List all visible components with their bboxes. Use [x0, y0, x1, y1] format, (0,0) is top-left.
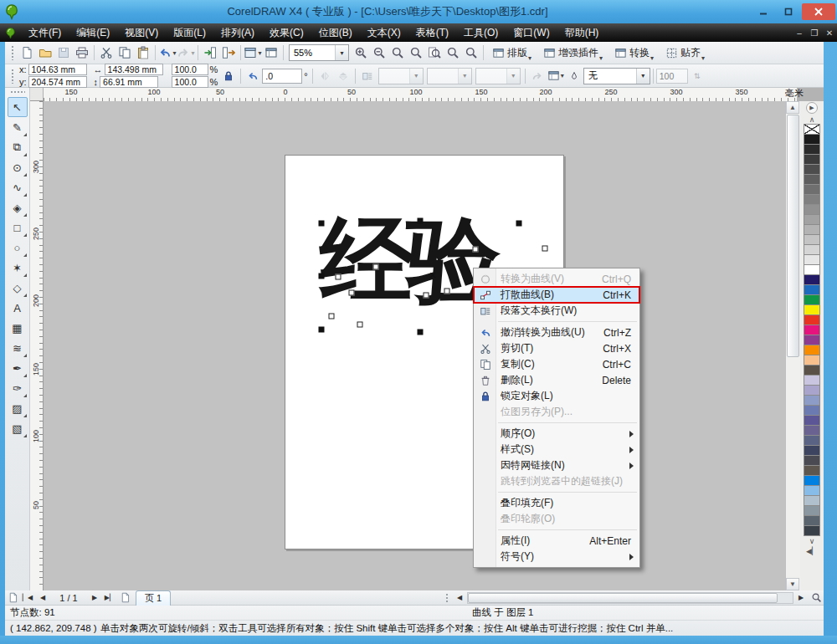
menu-item-help[interactable]: 帮助(H): [557, 23, 607, 43]
first-page-button[interactable]: ▏◀: [20, 591, 35, 605]
context-menu-item-break-curve-apart[interactable]: 打散曲线(B)Ctrl+K: [474, 287, 639, 303]
curve-node[interactable]: [444, 289, 450, 294]
curve-node[interactable]: [542, 246, 548, 252]
doc-restore-button[interactable]: ❐: [807, 28, 822, 38]
print-button[interactable]: [73, 44, 91, 62]
rectangle-tool[interactable]: □: [8, 217, 28, 238]
export-button[interactable]: [219, 44, 238, 62]
selection-handle[interactable]: [516, 221, 522, 227]
freehand-tool[interactable]: ∿: [8, 177, 28, 197]
color-swatch[interactable]: [804, 525, 820, 536]
save-button[interactable]: [54, 44, 73, 62]
cut-button[interactable]: [97, 44, 116, 62]
minimize-button[interactable]: [752, 3, 775, 20]
ruler-origin-corner[interactable]: [30, 88, 44, 101]
convert-docker-button[interactable]: 转换▾: [610, 44, 658, 62]
selection-handle[interactable]: [319, 221, 325, 227]
close-button[interactable]: [802, 3, 835, 20]
interactive-fill-tool[interactable]: ▧: [8, 418, 28, 438]
zoom-tool[interactable]: ⊙: [8, 157, 28, 177]
menu-item-file[interactable]: 文件(F): [21, 23, 69, 43]
blend-tool[interactable]: ≋: [8, 338, 28, 358]
table-tool[interactable]: ▦: [8, 318, 28, 338]
chevron-down-icon[interactable]: ▾: [335, 45, 348, 60]
selection-handle[interactable]: [418, 218, 424, 224]
horizontal-scroll-thumb[interactable]: [468, 593, 778, 603]
zoom-selected-button[interactable]: [388, 44, 407, 62]
outline-width-dropdown[interactable]: 无▾: [583, 68, 650, 84]
mirror-vertical-button[interactable]: [334, 67, 352, 84]
ellipse-tool[interactable]: ○: [8, 238, 28, 258]
menu-item-table[interactable]: 表格(T): [408, 23, 456, 43]
plugins-docker-button[interactable]: 增强插件▾: [539, 44, 607, 62]
palette-expand-button[interactable]: ◀▏: [806, 546, 818, 556]
curve-node[interactable]: [349, 290, 355, 296]
lock-ratio-button[interactable]: [219, 67, 238, 84]
pick-tool[interactable]: ↖: [8, 97, 28, 117]
chevron-down-icon[interactable]: ▾: [172, 49, 176, 57]
context-menu-item-jump-to-hyperlink[interactable]: 跳转到浏览器中的超链接(J): [474, 473, 639, 489]
context-menu-item-internet-links[interactable]: 因特网链接(N): [474, 457, 639, 473]
new-document-button[interactable]: [18, 44, 36, 62]
vertical-scroll-thumb[interactable]: [787, 115, 799, 357]
last-page-button[interactable]: ▶▏: [102, 591, 117, 605]
propbar-grip[interactable]: [11, 69, 15, 84]
curve-node[interactable]: [329, 314, 335, 319]
scale-v-field[interactable]: [172, 76, 208, 88]
add-page-after-button[interactable]: [117, 591, 132, 605]
scroll-down-button[interactable]: ▼: [786, 578, 799, 590]
text-tool[interactable]: A: [8, 298, 28, 318]
doc-close-button[interactable]: ✕: [822, 28, 837, 38]
horizontal-scrollbar[interactable]: ◀ ▶: [443, 591, 824, 605]
outline-style-dropdown[interactable]: ▾: [378, 68, 424, 84]
vertical-scrollbar[interactable]: ▲ ▼: [785, 101, 800, 590]
curve-node[interactable]: [424, 293, 429, 299]
add-page-before-button[interactable]: [5, 591, 20, 605]
context-menu-item-convert-to-curves[interactable]: 转换为曲线(V)Ctrl+Q: [474, 271, 639, 287]
scroll-up-button[interactable]: ▲: [786, 101, 799, 114]
to-layer-button[interactable]: ▾: [547, 67, 565, 84]
menu-item-edit[interactable]: 编辑(E): [69, 23, 117, 43]
selection-handle[interactable]: [418, 330, 424, 335]
drawing-workspace[interactable]: 经验 ✕: [44, 101, 785, 590]
undo-button[interactable]: ▾: [158, 44, 177, 62]
object-width-field[interactable]: [105, 64, 163, 75]
crop-tool[interactable]: ⧉: [8, 137, 28, 157]
navigator-button[interactable]: [809, 591, 824, 605]
context-menu-item-delete[interactable]: 删除(L)Delete: [474, 372, 639, 388]
curve-node[interactable]: [357, 322, 363, 328]
menu-item-arrange[interactable]: 排列(A): [213, 23, 262, 43]
maximize-button[interactable]: [777, 3, 800, 20]
scroll-right-button[interactable]: ▶: [793, 591, 809, 605]
open-button[interactable]: [36, 44, 54, 62]
page-tab[interactable]: 页 1: [136, 590, 171, 606]
zoom-in-button[interactable]: [352, 44, 370, 62]
chevron-down-icon[interactable]: ▾: [258, 49, 261, 57]
application-launcher-button[interactable]: ▾: [244, 44, 262, 62]
object-height-field[interactable]: [100, 76, 158, 88]
context-menu-item-overprint-fill[interactable]: 叠印填充(F): [474, 495, 639, 511]
menu-item-layout[interactable]: 版面(L): [166, 23, 213, 43]
wrap-text-button[interactable]: [358, 67, 377, 84]
doc-minimize-button[interactable]: –: [792, 28, 807, 38]
previous-page-button[interactable]: ◀: [35, 591, 50, 605]
spinner-icon[interactable]: ⇅: [688, 67, 706, 84]
welcome-screen-button[interactable]: [262, 44, 280, 62]
zoom-level-dropdown[interactable]: 55%▾: [289, 44, 349, 61]
menu-item-text[interactable]: 文本(X): [360, 23, 408, 43]
zoom-width-button[interactable]: [444, 44, 462, 62]
menu-item-tools[interactable]: 工具(O): [456, 23, 506, 43]
redo-curve-button[interactable]: [528, 67, 547, 84]
context-menu-item-styles[interactable]: 样式(S): [474, 442, 639, 457]
zoom-height-button[interactable]: [462, 44, 480, 62]
shape-tool[interactable]: ✎: [8, 117, 28, 137]
context-menu-item-properties[interactable]: 属性(I)Alt+Enter: [474, 533, 639, 549]
context-menu-item-overprint-outline[interactable]: 叠印轮廓(O): [474, 511, 639, 527]
curve-node[interactable]: [473, 247, 479, 253]
menu-item-window[interactable]: 窗口(W): [506, 23, 557, 43]
toolbox-grip[interactable]: [10, 90, 25, 95]
rotation-angle-field[interactable]: [262, 69, 302, 84]
zoom-out-button[interactable]: [370, 44, 388, 62]
end-arrowhead-dropdown[interactable]: ▾: [475, 68, 521, 84]
palette-scroll-down-button[interactable]: ∨: [809, 536, 815, 546]
